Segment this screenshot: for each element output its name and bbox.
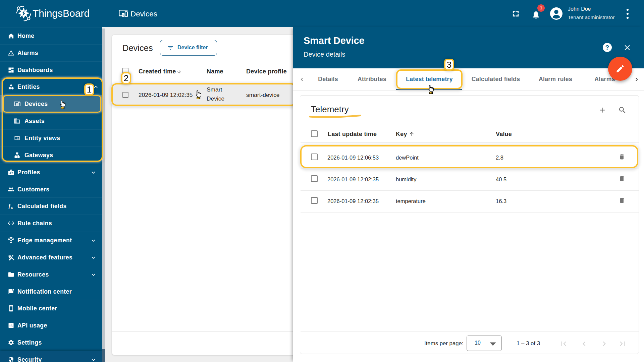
svg-text:x: x [11, 206, 13, 209]
svg-text:f: f [9, 203, 11, 209]
